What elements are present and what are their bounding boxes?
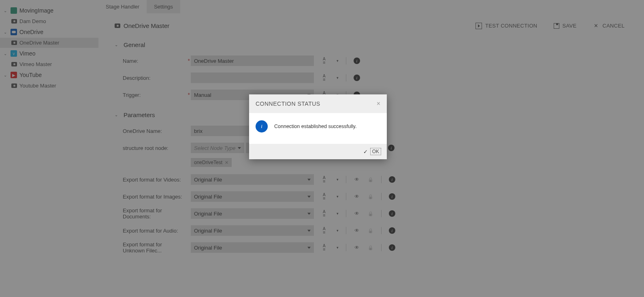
ok-button[interactable]: OK — [370, 148, 381, 155]
dialog-message: Connection established successfully. — [274, 124, 356, 129]
info-icon: i — [256, 120, 268, 132]
check-icon — [363, 149, 368, 155]
close-icon[interactable]: × — [377, 100, 380, 107]
dialog-connection-status: CONNECTION STATUS × i Connection establi… — [249, 94, 387, 159]
dialog-title: CONNECTION STATUS — [256, 100, 320, 107]
